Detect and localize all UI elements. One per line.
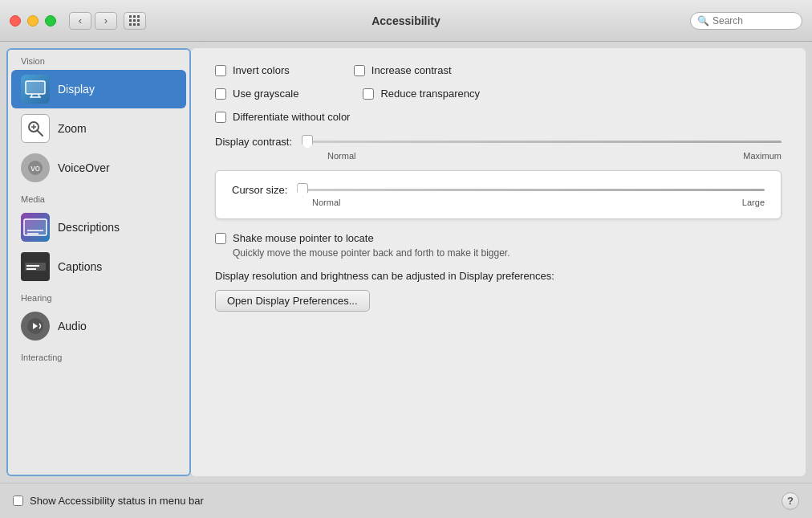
grid-view-button[interactable] (124, 12, 146, 30)
accessibility-status-checkbox[interactable] (13, 496, 23, 506)
open-display-preferences-button[interactable]: Open Display Preferences... (215, 290, 370, 312)
cursor-normal-label: Normal (312, 198, 340, 207)
fullscreen-button[interactable] (45, 15, 56, 27)
sidebar: Vision Display (6, 48, 191, 476)
svg-rect-0 (26, 81, 45, 94)
sidebar-label-voiceover: VoiceOver (58, 161, 110, 174)
reduce-transparency-checkbox[interactable] (363, 88, 374, 100)
increase-contrast-checkbox[interactable] (354, 65, 365, 76)
section-label-vision: Vision (8, 50, 189, 69)
content-panel: Invert colors Increase contrast Use gray… (191, 48, 806, 476)
svg-line-5 (38, 131, 43, 137)
window-title: Accessibility (371, 14, 441, 27)
help-button[interactable]: ? (782, 492, 799, 510)
invert-colors-checkbox[interactable] (215, 65, 226, 76)
voiceover-icon: vo (21, 153, 50, 182)
sidebar-item-descriptions[interactable]: Descriptions (11, 208, 186, 247)
reduce-transparency-label: Reduce transparency (380, 88, 480, 100)
traffic-lights (10, 15, 56, 27)
sidebar-scroll: Vision Display (8, 50, 189, 475)
contrast-slider-labels: Normal Maximum (327, 151, 782, 161)
minimize-button[interactable] (27, 15, 39, 27)
contrast-max-label: Maximum (743, 151, 782, 161)
audio-icon (21, 312, 50, 341)
display-icon (21, 75, 50, 104)
svg-text:vo: vo (30, 163, 40, 173)
nav-buttons: ‹ › (69, 12, 117, 30)
sidebar-item-audio[interactable]: Audio (11, 307, 186, 345)
cursor-size-box: Cursor size: Normal Large (215, 170, 782, 219)
search-box[interactable]: 🔍 (690, 12, 802, 30)
increase-contrast-row: Increase contrast (354, 64, 452, 76)
search-input[interactable] (713, 15, 795, 27)
main-content: Vision Display (0, 42, 812, 483)
shake-mouse-label: Shake mouse pointer to locate (233, 232, 374, 244)
sidebar-label-zoom: Zoom (58, 122, 87, 135)
cursor-large-label: Large (742, 198, 765, 207)
close-button[interactable] (10, 15, 21, 27)
descriptions-icon (21, 213, 50, 242)
cursor-slider[interactable] (297, 189, 765, 191)
differentiate-color-row: Differentiate without color (215, 111, 782, 123)
reduce-transparency-row: Reduce transparency (363, 88, 480, 100)
back-button[interactable]: ‹ (69, 12, 91, 30)
section-label-hearing: Hearing (8, 287, 189, 306)
sidebar-label-audio: Audio (58, 320, 87, 332)
use-grayscale-row: Use grayscale (215, 88, 298, 100)
sidebar-item-zoom[interactable]: Zoom (11, 109, 186, 148)
accessibility-status-label: Show Accessibility status in menu bar (30, 495, 204, 507)
bottom-bar: Show Accessibility status in menu bar ? (0, 483, 812, 518)
sidebar-label-captions: Captions (58, 260, 102, 273)
contrast-normal-label: Normal (327, 151, 355, 161)
section-label-interacting: Interacting (8, 346, 189, 365)
invert-colors-row: Invert colors (215, 64, 290, 76)
section-label-media: Media (8, 188, 189, 207)
shake-mouse-checkbox[interactable] (215, 233, 226, 244)
sidebar-item-display[interactable]: Display (11, 70, 186, 108)
status-bar-checkbox-row: Show Accessibility status in menu bar (13, 495, 204, 507)
cursor-slider-labels: Normal Large (312, 198, 765, 207)
differentiate-color-checkbox[interactable] (215, 112, 226, 123)
cursor-size-label: Cursor size: (232, 184, 287, 196)
sidebar-item-captions[interactable]: Captions (11, 247, 186, 286)
search-icon: 🔍 (697, 15, 709, 27)
shake-desc: Quickly move the mouse pointer back and … (233, 247, 782, 259)
contrast-slider[interactable] (302, 141, 782, 143)
top-checkboxes-row2: Use grayscale Reduce transparency (215, 88, 782, 108)
differentiate-color-label: Differentiate without color (233, 111, 350, 123)
sidebar-label-display: Display (58, 83, 95, 96)
captions-icon (21, 252, 50, 281)
use-grayscale-label: Use grayscale (233, 88, 298, 100)
shake-mouse-row: Shake mouse pointer to locate (215, 232, 782, 244)
contrast-label: Display contrast: (215, 136, 292, 148)
increase-contrast-label: Increase contrast (371, 64, 452, 76)
use-grayscale-checkbox[interactable] (215, 88, 226, 100)
display-pref-text: Display resolution and brightness can be… (215, 270, 782, 282)
sidebar-item-voiceover[interactable]: vo VoiceOver (11, 149, 186, 187)
invert-colors-label: Invert colors (233, 64, 290, 76)
titlebar: ‹ › Accessibility 🔍 (0, 0, 812, 42)
forward-button[interactable]: › (95, 12, 117, 30)
zoom-icon (21, 114, 50, 143)
top-checkboxes-row1: Invert colors Increase contrast (215, 64, 782, 84)
contrast-slider-row: Display contrast: (215, 136, 782, 148)
sidebar-label-descriptions: Descriptions (58, 221, 120, 234)
contrast-section: Display contrast: Normal Maximum (215, 136, 782, 161)
grid-icon (129, 15, 140, 27)
svg-rect-11 (24, 219, 47, 235)
cursor-slider-row: Cursor size: (232, 184, 765, 196)
